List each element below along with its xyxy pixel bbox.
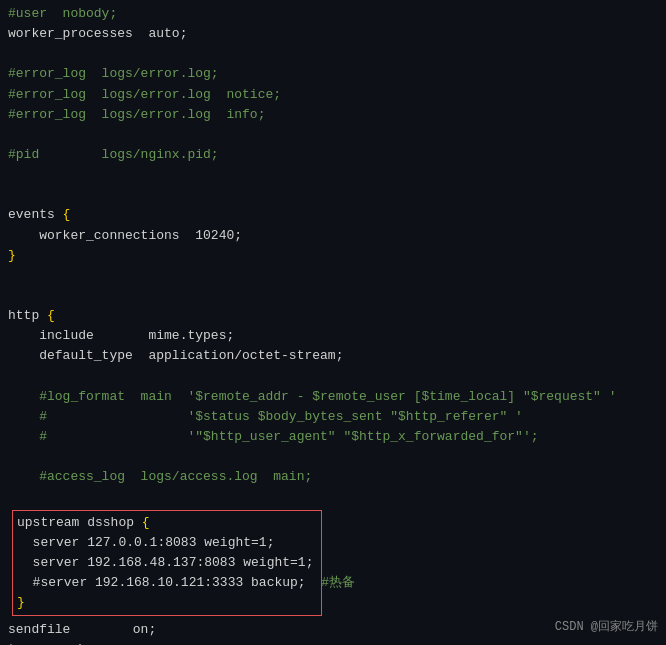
line-1: #user nobody; [8,4,658,24]
line-logformat1: #log_format main '$remote_addr - $remote… [8,387,658,407]
line-logformat2: # '$status $body_bytes_sent "$http_refer… [8,407,658,427]
line-empty-5 [8,266,658,286]
line-empty-1 [8,44,658,64]
line-http: http { [8,306,658,326]
line-6: #error_log logs/error.log info; [8,105,658,125]
upstream-server2: server 192.168.48.137:8083 weight=1; [17,553,317,573]
line-events: events { [8,205,658,225]
code-editor: #user nobody; worker_processes auto; #er… [0,0,666,645]
upstream-close: } [17,593,317,613]
upstream-server1: server 127.0.0.1:8083 weight=1; [17,533,317,553]
upstream-block: upstream dsshop { server 127.0.0.1:8083 … [12,510,322,617]
line-4: #error_log logs/error.log; [8,64,658,84]
line-logformat3: # '"$http_user_agent" "$http_x_forwarded… [8,427,658,447]
line-empty-4 [8,185,658,205]
line-accesslog: #access_log logs/access.log main; [8,467,658,487]
upstream-header: upstream dsshop { [17,513,317,533]
line-default-type: default_type application/octet-stream; [8,346,658,366]
line-5: #error_log logs/error.log notice; [8,85,658,105]
line-empty-7 [8,367,658,387]
line-worker-conn: worker_connections 10240; [8,226,658,246]
watermark: CSDN @回家吃月饼 [555,618,658,637]
upstream-server3: #server 192.168.10.121:3333 backup; #热备 [17,573,317,593]
line-empty-6 [8,286,658,306]
line-events-close: } [8,246,658,266]
line-empty-3 [8,165,658,185]
line-empty-9 [8,487,658,507]
line-tcpnopush: tcp_nopush on; [8,640,658,645]
line-include: include mime.types; [8,326,658,346]
line-empty-2 [8,125,658,145]
line-empty-8 [8,447,658,467]
line-2: worker_processes auto; [8,24,658,44]
line-8: #pid logs/nginx.pid; [8,145,658,165]
